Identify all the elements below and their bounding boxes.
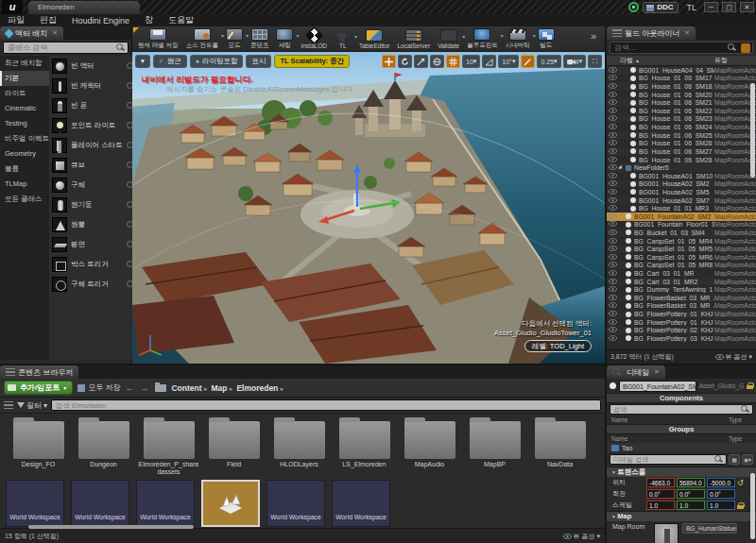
category-item[interactable]: 최근 배치함 (0, 56, 49, 71)
placeable-actor-item[interactable]: 빈 폰 (49, 95, 136, 115)
location-x-field[interactable]: -4663.0 (646, 478, 675, 487)
outliner-row[interactable]: BG_FlowerPottery_02_KHJ MapRoomActor (607, 327, 756, 335)
outliner-scrollbar[interactable] (750, 83, 755, 178)
toolbar-button[interactable]: TableEditor ▾ (355, 28, 394, 50)
outliner-row[interactable]: BG001_HouseA02_SM7 MapRoomActor (607, 196, 756, 205)
visibility-eye-icon[interactable] (609, 132, 618, 139)
outliner-row[interactable]: BG_House_01_06_SM18 MapRoomActor (607, 82, 756, 91)
rotation-z-field[interactable]: 0.0° (707, 489, 735, 499)
visibility-eye-icon[interactable] (609, 262, 618, 268)
toolbar-button[interactable]: 모드 ▾ (222, 27, 247, 51)
actor-type[interactable]: MapRoomActor (714, 286, 756, 293)
show-button[interactable]: 표시 (246, 55, 271, 68)
outliner-row[interactable]: BG_CargoSet_01_05_MR8 MapRoomActor (607, 262, 756, 270)
visibility-eye-icon[interactable] (609, 246, 618, 252)
horizontal-scrollbar[interactable] (28, 525, 194, 529)
visibility-eye-icon[interactable] (609, 205, 618, 212)
visibility-eye-icon[interactable] (609, 189, 618, 195)
actor-type[interactable]: MapRoomActor (714, 279, 756, 285)
toolbar-button[interactable]: 현재 레벨 저장 ▾ (134, 27, 182, 51)
ddc-button[interactable]: DDC (643, 2, 679, 13)
folder-item[interactable]: HLODLayers (266, 417, 332, 476)
save-all-button[interactable]: 모두 저장 (77, 382, 120, 393)
lit-mode-button[interactable]: ●라이팅포함 (190, 55, 244, 68)
display-filter-button[interactable]: ◉▾ (742, 454, 753, 465)
actor-type[interactable]: MapRoomActor (714, 67, 756, 74)
toolbar-button[interactable]: TL ▾ (331, 28, 355, 50)
view-options-button[interactable]: 뷰 옵션 ▾ (563, 532, 600, 541)
asset-tile[interactable]: World Workspace (71, 480, 129, 527)
menu-item[interactable]: 편집 (32, 14, 64, 26)
close-icon[interactable]: ✕ (52, 29, 58, 37)
add-import-button[interactable]: 추가/임포트 (4, 381, 73, 395)
placeable-actor-item[interactable]: 구체 트리거 (49, 274, 136, 294)
scale-snap-value[interactable]: 0.25 ▾ (537, 55, 560, 68)
folder-item[interactable]: LS_Elmoreden (332, 417, 397, 476)
asset-tile[interactable]: World Workspace (266, 480, 325, 527)
grid-snap-toggle[interactable] (446, 55, 460, 68)
visibility-eye-icon[interactable] (609, 180, 618, 187)
toolbar-button[interactable]: 빌드 ▾ (534, 27, 558, 51)
actor-type[interactable]: MapRoomActor (714, 335, 756, 342)
visibility-eye-icon[interactable] (609, 311, 618, 317)
property-matrix-button[interactable]: ▦ (729, 454, 740, 465)
folder-item[interactable]: Field (201, 417, 266, 476)
components-search-input[interactable] (610, 406, 741, 413)
toolbar-button[interactable]: 콘텐츠 ▾ (247, 27, 273, 51)
close-button[interactable]: ✕ (740, 2, 754, 12)
visibility-eye-icon[interactable] (609, 124, 618, 130)
perspective-button[interactable]: ✓원근 (153, 55, 187, 68)
outliner-row[interactable]: BG_House_01_06_SM22 MapRoomActor (607, 107, 756, 115)
category-item[interactable]: 볼륨 (0, 161, 49, 177)
visibility-eye-icon[interactable] (609, 335, 618, 342)
tab-world-outliner[interactable]: 월드 아웃라이너 ✕ (607, 26, 696, 40)
visibility-eye-icon[interactable] (609, 115, 618, 122)
visibility-eye-icon[interactable] (609, 83, 618, 90)
menu-item[interactable]: 창 (137, 14, 161, 26)
reset-to-default-icon[interactable]: ↺ (737, 479, 744, 487)
outliner-row[interactable]: BG_House_01_01_MR3 MapRoomActor (607, 204, 756, 212)
folder-item[interactable]: MapBP (462, 417, 527, 476)
camera-speed-button[interactable]: 4 ▾ (563, 55, 586, 68)
outliner-row[interactable]: BG_CargoSet_01_05_MR6 MapRoomActor (607, 253, 756, 262)
actor-type[interactable]: MapRoomActor (714, 75, 756, 81)
actor-type[interactable]: MapRoomActor (714, 189, 756, 195)
visibility-eye-icon[interactable] (609, 67, 618, 74)
lock-icon[interactable] (747, 382, 753, 389)
outliner-search-input[interactable] (610, 43, 728, 52)
placeable-actor-item[interactable]: 빈 액터 (49, 56, 136, 76)
outliner-row[interactable]: BG_House_01_06_SM25 MapRoomActor (607, 131, 756, 140)
category-item[interactable]: Testing (0, 116, 49, 131)
details-scrollbar[interactable] (750, 473, 755, 539)
category-item[interactable]: Geometry (0, 146, 49, 161)
visibility-eye-icon[interactable] (609, 279, 618, 285)
visibility-eye-icon[interactable] (609, 157, 618, 163)
folder-item[interactable]: Dungeon (71, 417, 136, 476)
menu-item[interactable]: Houdini Engine (64, 16, 137, 25)
category-item[interactable]: 라이트 (0, 86, 49, 101)
scale-z-field[interactable]: 1.0 (707, 501, 735, 510)
folder-item[interactable]: NavData (527, 417, 593, 476)
breadcrumb-item[interactable]: Content ▸ (171, 383, 207, 393)
level-tab[interactable]: Elmoreden (28, 1, 140, 14)
column-label[interactable]: 라벨 ▲ (607, 56, 714, 65)
visibility-eye-icon[interactable] (609, 173, 618, 179)
actor-type[interactable]: MapRoomActor (714, 302, 756, 309)
outliner-row[interactable]: BG_Cart_03_01_MR MapRoomActor (607, 269, 756, 278)
visibility-eye-icon[interactable] (609, 99, 618, 106)
actor-type[interactable]: MapRoomActor (714, 254, 756, 261)
scale-snap-toggle[interactable] (521, 55, 535, 68)
outliner-row[interactable]: BG001_Fountain_Floor01_SM MapRoomActor (607, 221, 756, 229)
transform-section-header[interactable]: 트랜스폼 (607, 467, 756, 477)
breadcrumb-item[interactable]: Elmoreden ▸ (236, 383, 284, 393)
toolbar-button[interactable]: InstaLOD ▾ (297, 28, 330, 50)
scale-lock-icon[interactable] (737, 502, 744, 509)
view-options-button[interactable]: 뷰 옵션 ▾ (715, 352, 752, 362)
outliner-row[interactable]: BG_FlowerPottery_01_KHJ MapRoomActor (607, 310, 756, 318)
asset-search-input[interactable] (52, 401, 600, 410)
detail-search-input[interactable] (610, 456, 714, 463)
menu-item[interactable]: 파일 (0, 14, 32, 26)
visibility-eye-icon[interactable] (609, 302, 618, 309)
outliner-row[interactable]: BG_FlowerPottery_01_KHJ MapRoomActor (607, 318, 756, 327)
scale-label[interactable]: 스케일 (612, 501, 644, 510)
